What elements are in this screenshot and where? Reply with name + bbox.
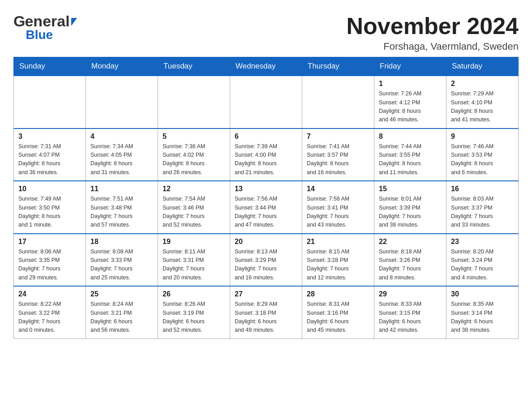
day-info: Sunrise: 8:26 AM Sunset: 3:19 PM Dayligh… [163,300,225,335]
calendar-table: SundayMondayTuesdayWednesdayThursdayFrid… [13,57,519,339]
day-info: Sunrise: 7:36 AM Sunset: 4:02 PM Dayligh… [163,142,225,177]
calendar-cell: 13Sunrise: 7:56 AM Sunset: 3:44 PM Dayli… [230,181,302,234]
calendar-cell: 17Sunrise: 8:06 AM Sunset: 3:35 PM Dayli… [14,234,86,287]
calendar-cell: 29Sunrise: 8:33 AM Sunset: 3:15 PM Dayli… [374,286,446,338]
day-info: Sunrise: 8:22 AM Sunset: 3:22 PM Dayligh… [18,300,81,335]
day-info: Sunrise: 8:33 AM Sunset: 3:15 PM Dayligh… [379,300,442,335]
day-number: 14 [307,185,369,193]
day-info: Sunrise: 8:15 AM Sunset: 3:28 PM Dayligh… [307,248,369,283]
weekday-header-wednesday: Wednesday [230,57,302,76]
week-row-1: 1Sunrise: 7:26 AM Sunset: 4:12 PM Daylig… [14,76,519,128]
day-info: Sunrise: 8:03 AM Sunset: 3:37 PM Dayligh… [451,195,514,230]
calendar-cell: 6Sunrise: 7:39 AM Sunset: 4:00 PM Daylig… [230,128,302,181]
title-area: November 2024 Forshaga, Vaermland, Swede… [347,13,519,52]
calendar-cell: 24Sunrise: 8:22 AM Sunset: 3:22 PM Dayli… [14,286,86,338]
day-number: 13 [235,185,297,193]
day-number: 24 [18,290,81,298]
week-row-5: 24Sunrise: 8:22 AM Sunset: 3:22 PM Dayli… [14,286,519,338]
calendar-cell [230,76,302,128]
weekday-header-saturday: Saturday [446,57,519,76]
logo-general-g: G [13,13,25,29]
calendar-cell: 2Sunrise: 7:29 AM Sunset: 4:10 PM Daylig… [446,76,519,128]
day-info: Sunrise: 7:34 AM Sunset: 4:05 PM Dayligh… [90,142,153,177]
day-number: 28 [307,290,369,298]
day-number: 22 [379,238,442,246]
day-info: Sunrise: 7:46 AM Sunset: 3:53 PM Dayligh… [451,142,514,177]
day-number: 8 [379,133,442,141]
calendar-cell: 10Sunrise: 7:49 AM Sunset: 3:50 PM Dayli… [14,181,86,234]
day-info: Sunrise: 7:56 AM Sunset: 3:44 PM Dayligh… [235,195,297,230]
day-info: Sunrise: 7:58 AM Sunset: 3:41 PM Dayligh… [307,195,369,230]
calendar-cell: 27Sunrise: 8:29 AM Sunset: 3:18 PM Dayli… [230,286,302,338]
calendar-cell [302,76,374,128]
weekday-header-sunday: Sunday [14,57,86,76]
calendar-cell: 7Sunrise: 7:41 AM Sunset: 3:57 PM Daylig… [302,128,374,181]
calendar-cell: 9Sunrise: 7:46 AM Sunset: 3:53 PM Daylig… [446,128,519,181]
weekday-header-thursday: Thursday [302,57,374,76]
calendar-cell [14,76,86,128]
calendar-cell: 21Sunrise: 8:15 AM Sunset: 3:28 PM Dayli… [302,234,374,287]
location-title: Forshaga, Vaermland, Sweden [347,41,519,52]
day-number: 20 [235,238,297,246]
weekday-header-friday: Friday [374,57,446,76]
month-title: November 2024 [347,13,519,39]
calendar-cell [86,76,158,128]
logo-right-block: eneral Blue [25,13,77,42]
calendar-cell: 11Sunrise: 7:51 AM Sunset: 3:48 PM Dayli… [86,181,158,234]
calendar-cell: 28Sunrise: 8:31 AM Sunset: 3:16 PM Dayli… [302,286,374,338]
day-info: Sunrise: 7:31 AM Sunset: 4:07 PM Dayligh… [18,142,81,177]
day-number: 25 [90,290,153,298]
logo-blue-text: Blue [25,28,77,42]
day-number: 29 [379,290,442,298]
calendar-cell: 5Sunrise: 7:36 AM Sunset: 4:02 PM Daylig… [158,128,230,181]
day-info: Sunrise: 8:31 AM Sunset: 3:16 PM Dayligh… [307,300,369,335]
day-info: Sunrise: 8:08 AM Sunset: 3:33 PM Dayligh… [90,248,153,283]
day-info: Sunrise: 8:13 AM Sunset: 3:29 PM Dayligh… [235,248,297,283]
page-header: G eneral Blue November 2024 Forshaga, Va… [13,13,519,52]
calendar-cell: 8Sunrise: 7:44 AM Sunset: 3:55 PM Daylig… [374,128,446,181]
calendar-cell [158,76,230,128]
day-info: Sunrise: 8:18 AM Sunset: 3:26 PM Dayligh… [379,248,442,283]
day-number: 10 [18,185,81,193]
day-number: 23 [451,238,514,246]
calendar-cell: 20Sunrise: 8:13 AM Sunset: 3:29 PM Dayli… [230,234,302,287]
day-info: Sunrise: 8:20 AM Sunset: 3:24 PM Dayligh… [451,248,514,283]
day-number: 7 [307,133,369,141]
logo-chevron-icon [71,18,77,26]
logo: G eneral Blue [13,13,77,42]
calendar-cell: 1Sunrise: 7:26 AM Sunset: 4:12 PM Daylig… [374,76,446,128]
day-number: 9 [451,133,514,141]
week-row-4: 17Sunrise: 8:06 AM Sunset: 3:35 PM Dayli… [14,234,519,287]
calendar-cell: 22Sunrise: 8:18 AM Sunset: 3:26 PM Dayli… [374,234,446,287]
day-number: 3 [18,133,81,141]
day-info: Sunrise: 8:01 AM Sunset: 3:39 PM Dayligh… [379,195,442,230]
day-number: 6 [235,133,297,141]
day-number: 30 [451,290,514,298]
day-number: 11 [90,185,153,193]
calendar-cell: 25Sunrise: 8:24 AM Sunset: 3:21 PM Dayli… [86,286,158,338]
weekday-header-row: SundayMondayTuesdayWednesdayThursdayFrid… [14,57,519,76]
day-number: 21 [307,238,369,246]
day-number: 4 [90,133,153,141]
day-number: 12 [163,185,225,193]
calendar-cell: 15Sunrise: 8:01 AM Sunset: 3:39 PM Dayli… [374,181,446,234]
week-row-2: 3Sunrise: 7:31 AM Sunset: 4:07 PM Daylig… [14,128,519,181]
day-number: 18 [90,238,153,246]
day-info: Sunrise: 7:41 AM Sunset: 3:57 PM Dayligh… [307,142,369,177]
calendar-cell: 4Sunrise: 7:34 AM Sunset: 4:05 PM Daylig… [86,128,158,181]
day-number: 1 [379,80,442,88]
weekday-header-monday: Monday [86,57,158,76]
day-info: Sunrise: 7:44 AM Sunset: 3:55 PM Dayligh… [379,142,442,177]
day-number: 2 [451,80,514,88]
day-number: 5 [163,133,225,141]
calendar-cell: 12Sunrise: 7:54 AM Sunset: 3:46 PM Dayli… [158,181,230,234]
logo-top-row: eneral [25,13,77,29]
day-info: Sunrise: 7:49 AM Sunset: 3:50 PM Dayligh… [18,195,81,230]
day-info: Sunrise: 7:26 AM Sunset: 4:12 PM Dayligh… [379,90,442,124]
day-info: Sunrise: 7:29 AM Sunset: 4:10 PM Dayligh… [451,90,514,124]
day-number: 15 [379,185,442,193]
day-number: 27 [235,290,297,298]
calendar-cell: 26Sunrise: 8:26 AM Sunset: 3:19 PM Dayli… [158,286,230,338]
day-number: 19 [163,238,225,246]
calendar-cell: 16Sunrise: 8:03 AM Sunset: 3:37 PM Dayli… [446,181,519,234]
